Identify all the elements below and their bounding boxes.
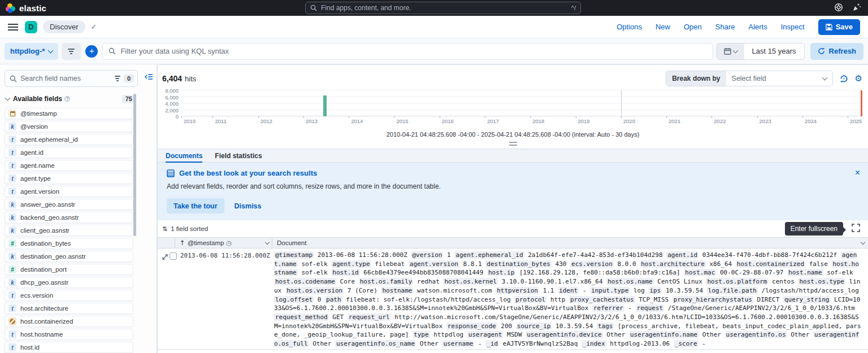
expand-row-icon[interactable] [162,254,168,260]
nav-link-options[interactable]: Options [617,23,642,31]
column-menu-icon[interactable] [265,239,270,244]
doc-field-value: watson.microsoft.com [417,287,492,294]
collapse-sidebar-button[interactable] [145,73,153,80]
data-view-picker[interactable]: httpdlog-* [5,43,58,60]
doc-field-value: CentOS Linux [657,278,702,285]
refresh-icon [818,47,825,55]
x-axis-tick [258,116,259,118]
doc-field-value: 430 [555,260,567,268]
histogram-plot[interactable]: 02,0004,0006,0008,0002010201120122013201… [181,90,862,116]
field-name: @timestamp [20,110,57,117]
field-item[interactable]: host.containerized [5,316,133,327]
dismiss-button[interactable]: Dismiss [235,202,262,210]
nav-link-inspect[interactable]: Inspect [781,23,805,31]
field-item[interactable]: #destination_bytes [5,238,133,249]
chart-resize-handle[interactable] [509,142,517,146]
grid-header-controls-column [158,238,175,248]
nav-link-alerts[interactable]: Alerts [748,23,767,31]
doc-field-chip: host.os.type [798,278,845,285]
tab-documents[interactable]: Documents [166,149,202,162]
doc-field-chip: host.id [331,269,359,276]
doc-field-value: redhat [417,278,440,285]
doc-field-chip: host.name [787,269,823,276]
doc-field-value: x86_64 [709,260,732,268]
field-item[interactable]: thost.hostname [5,329,133,340]
field-name: backend_geo.asnstr [20,214,79,221]
field-item[interactable]: kclient_geo.asnstr [5,225,133,236]
column-menu-icon[interactable] [861,239,865,244]
doc-field-value: - [583,287,587,294]
close-icon[interactable]: × [855,168,860,177]
help-icon[interactable] [834,3,843,12]
field-search-placeholder: Search field names [20,75,111,82]
chart-reset-icon[interactable] [840,75,848,83]
x-axis-label: 2012 [261,118,272,124]
doc-field-chip: _id [485,340,499,347]
save-button[interactable]: Save [818,19,860,35]
field-item[interactable]: tagent.id [5,147,133,158]
date-picker-button[interactable] [717,43,744,59]
doc-field-chip: agent.version [409,260,459,268]
doc-field-chip: host.os.platform [706,278,768,285]
kql-query-input[interactable]: Filter your data using KQL syntax [102,43,713,60]
discover-app-badge[interactable]: D [25,21,37,33]
field-item[interactable]: kbackend_geo.asnstr [5,212,133,223]
row-checkbox[interactable] [170,252,177,260]
news-icon[interactable] [852,3,861,12]
x-axis-tick [666,116,667,118]
nav-link-share[interactable]: Share [715,23,735,31]
histogram-bar[interactable] [323,95,327,116]
doc-field-chip: ecs.version [570,260,614,268]
doc-field-value: 2013-06-08 11:56:28.000Z [318,251,407,259]
field-name: answer_geo.asnstr [20,201,75,208]
field-item[interactable]: tagent.type [5,173,133,184]
sorted-fields-button[interactable]: 1 field sorted [171,225,208,232]
field-item[interactable]: tecs.version [5,290,133,301]
field-item[interactable]: thost.architecture [5,303,133,314]
x-axis-tick [848,116,848,118]
field-item[interactable]: k@version [5,121,133,132]
doc-field-chip: @version [411,251,443,259]
field-item[interactable]: kdhcp_geo.asnstr [5,277,133,288]
grid-header-timestamp-column[interactable]: ↑ @timestamp ◷ [175,238,272,248]
field-filter-icon[interactable] [115,76,120,81]
filter-button[interactable] [62,43,81,60]
field-item[interactable]: kdestination_geo.asnstr [5,251,133,262]
add-filter-button[interactable]: + [85,45,98,58]
field-item[interactable]: thost.id [5,342,133,353]
time-range-button[interactable]: Last 15 years [744,43,804,59]
field-item[interactable]: kanswer_geo.asnstr [5,199,133,210]
current-time-marker [861,90,862,116]
breadcrumb[interactable]: Discover [43,20,85,33]
nav-link-new[interactable]: New [656,23,670,31]
field-item[interactable]: tagent.ephemeral_id [5,134,133,145]
field-name: destination_port [20,266,67,273]
discover-main-panel: 6,404 hits Break down by Select field ⚙ … [157,64,868,353]
field-item[interactable]: tagent.version [5,186,133,197]
refresh-button[interactable]: Refresh [810,43,863,60]
breakdown-select[interactable]: Select field [726,71,832,86]
x-axis-label: 2014 [351,118,363,124]
field-item[interactable]: tagent.name [5,160,133,171]
sidebar-scrollbar[interactable] [133,94,136,236]
field-item[interactable]: @timestamp [5,108,133,119]
keyword-field-icon: k [8,123,16,130]
x-axis-label: 2016 [442,118,454,124]
gear-icon[interactable]: ⚙ [855,75,862,83]
tab-field-statistics[interactable]: Field statistics [215,149,262,162]
doc-field-value: 1 [447,251,451,259]
doc-field-value: Other [420,340,439,347]
field-name: ecs.version [20,292,53,299]
available-fields-header[interactable]: Available fields ? 75 [6,95,136,103]
fullscreen-icon[interactable] [852,224,860,232]
elastic-brand[interactable]: elastic [6,3,46,13]
grid-header-document-column[interactable]: Document [272,238,868,248]
field-name: host.architecture [20,305,68,312]
global-search-input[interactable]: Find apps, content, and more. ^/ [305,2,581,14]
take-tour-button[interactable]: Take the tour [167,198,224,213]
nav-link-open[interactable]: Open [684,23,702,31]
doc-field-chip: protocol [514,296,546,303]
menu-icon[interactable] [8,24,18,30]
field-item[interactable]: #destination_port [5,264,133,275]
field-search-input[interactable]: Search field names 0 [5,70,138,87]
